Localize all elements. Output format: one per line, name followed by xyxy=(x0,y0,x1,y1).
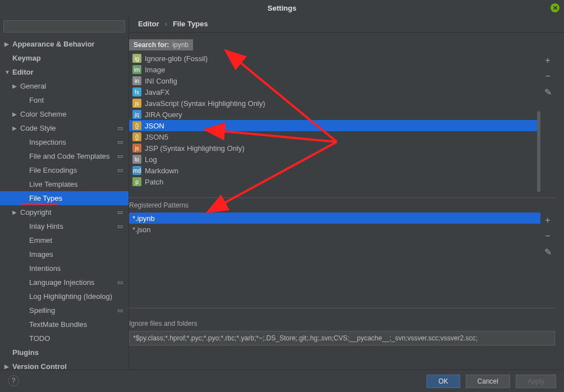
filetype-area: igIgnore-glob (Fossil)imImageinINI Confi… xyxy=(129,53,555,192)
sidebar-item-file-and-code-templates[interactable]: File and Code Templates▭ xyxy=(0,149,129,163)
arrow-icon: ▶ xyxy=(12,111,19,117)
filetype-icon: lo xyxy=(132,155,141,164)
filetype-row[interactable]: fxJavaFX xyxy=(129,86,540,98)
filetype-label: JSP (Syntax Highlighting Only) xyxy=(145,144,245,153)
sidebar-item-label: Copyright xyxy=(20,208,52,216)
registered-patterns-list[interactable]: *.ipynb*.json xyxy=(129,213,540,302)
arrow-icon: ▼ xyxy=(4,69,11,75)
add-filetype-icon[interactable]: + xyxy=(542,55,553,66)
sidebar-item-label: Appearance & Behavior xyxy=(12,40,95,48)
sidebar-item-label: Font xyxy=(29,96,44,104)
filetype-row[interactable]: mdMarkdown xyxy=(129,165,540,176)
remove-pattern-icon[interactable]: − xyxy=(542,230,553,242)
apply-button[interactable]: Apply xyxy=(516,375,556,388)
filetype-icon: {} xyxy=(132,132,141,141)
breadcrumb-b: File Types xyxy=(173,20,208,28)
pattern-label: *.ipynb xyxy=(132,214,155,223)
cancel-button[interactable]: Cancel xyxy=(466,375,510,388)
scope-icon: ▭ xyxy=(117,279,123,286)
filetype-row[interactable]: jsJavaScript (Syntax Highlighting Only) xyxy=(129,98,540,109)
sidebar-item-label: TODO xyxy=(29,334,50,343)
filetype-icon: md xyxy=(132,166,141,175)
sidebar-item-textmate-bundles[interactable]: TextMate Bundles xyxy=(0,317,129,331)
close-icon[interactable]: ✕ xyxy=(551,3,560,12)
ok-button[interactable]: OK xyxy=(427,375,460,388)
filetype-icon: im xyxy=(132,65,141,74)
sidebar: 🔍 ▶Appearance & BehaviorKeymap▼Editor▶Ge… xyxy=(0,16,129,370)
sidebar-item-inlay-hints[interactable]: Inlay Hints▭ xyxy=(0,219,129,233)
sidebar-item-font[interactable]: Font xyxy=(0,93,129,107)
sidebar-item-general[interactable]: ▶General xyxy=(0,79,129,93)
pattern-row[interactable]: *.ipynb xyxy=(129,213,540,224)
sidebar-item-intentions[interactable]: Intentions xyxy=(0,261,129,275)
sidebar-item-appearance-behavior[interactable]: ▶Appearance & Behavior xyxy=(0,37,129,51)
sidebar-item-todo[interactable]: TODO xyxy=(0,331,129,345)
filetype-icon: fx xyxy=(132,87,141,96)
sidebar-item-label: File Types xyxy=(29,194,62,202)
breadcrumb: Editor › File Types xyxy=(129,16,564,33)
sidebar-item-label: Images xyxy=(29,250,53,259)
filetype-icon: p xyxy=(132,177,141,186)
filetype-row[interactable]: {}JSON xyxy=(129,120,540,131)
filetype-row[interactable]: loLog xyxy=(129,154,540,165)
scrollbar[interactable] xyxy=(537,111,540,192)
window-title: Settings xyxy=(268,4,296,12)
pattern-label: *.json xyxy=(132,225,151,234)
annotation-underline xyxy=(21,203,58,205)
divider-2 xyxy=(129,308,555,308)
sidebar-search-input[interactable] xyxy=(3,20,125,33)
sidebar-item-file-types[interactable]: File Types xyxy=(0,191,129,205)
edit-pattern-icon[interactable]: ✎ xyxy=(542,246,553,257)
ignore-input[interactable] xyxy=(129,331,555,345)
sidebar-item-language-injections[interactable]: Language Injections▭ xyxy=(0,275,129,289)
sidebar-item-label: Language Injections xyxy=(29,278,94,287)
filetype-side: + − ✎ xyxy=(540,53,555,192)
sidebar-item-images[interactable]: Images xyxy=(0,247,129,261)
sidebar-item-color-scheme[interactable]: ▶Color Scheme xyxy=(0,107,129,121)
pattern-row[interactable]: *.json xyxy=(129,224,540,235)
sidebar-item-keymap[interactable]: Keymap xyxy=(0,51,129,65)
filetype-row[interactable]: jqJIRA Query xyxy=(129,109,540,120)
sidebar-item-label: Inspections xyxy=(29,138,66,146)
sidebar-item-editor[interactable]: ▼Editor xyxy=(0,65,129,79)
sidebar-item-live-templates[interactable]: Live Templates xyxy=(0,177,129,191)
sidebar-item-code-style[interactable]: ▶Code Style▭ xyxy=(0,121,129,135)
sidebar-item-file-encodings[interactable]: File Encodings▭ xyxy=(0,163,129,177)
sidebar-item-label: Editor xyxy=(12,68,34,76)
help-icon[interactable]: ? xyxy=(8,375,19,386)
sidebar-item-label: Log Highlighting (Ideolog) xyxy=(29,292,112,301)
filetype-list[interactable]: igIgnore-glob (Fossil)imImageinINI Confi… xyxy=(129,53,540,192)
registered-patterns-area: *.ipynb*.json + − ✎ xyxy=(129,213,555,302)
divider xyxy=(129,197,555,198)
filetype-row[interactable]: imImage xyxy=(129,64,540,75)
registered-patterns-label: Registered Patterns xyxy=(129,201,555,209)
sidebar-search-wrap: 🔍 xyxy=(0,16,129,36)
sidebar-item-version-control[interactable]: ▶Version Control xyxy=(0,359,129,370)
remove-filetype-icon[interactable]: − xyxy=(542,71,553,82)
arrow-icon: ▶ xyxy=(4,41,11,47)
filetype-row[interactable]: inINI Config xyxy=(129,75,540,86)
filetype-label: JIRA Query xyxy=(145,110,182,119)
sidebar-item-spelling[interactable]: Spelling▭ xyxy=(0,303,129,317)
filetype-row[interactable]: igIgnore-glob (Fossil) xyxy=(129,53,540,64)
scope-icon: ▭ xyxy=(117,223,123,230)
filetype-row[interactable]: jsJSP (Syntax Highlighting Only) xyxy=(129,142,540,154)
search-for-value: ipynb xyxy=(172,41,189,49)
filetype-icon: ig xyxy=(132,54,141,63)
filetype-label: Patch xyxy=(145,178,163,186)
body: 🔍 ▶Appearance & BehaviorKeymap▼Editor▶Ge… xyxy=(0,16,564,370)
settings-tree[interactable]: ▶Appearance & BehaviorKeymap▼Editor▶Gene… xyxy=(0,36,129,370)
filetype-row[interactable]: {}JSON5 xyxy=(129,131,540,142)
sidebar-item-inspections[interactable]: Inspections▭ xyxy=(0,135,129,149)
sidebar-item-plugins[interactable]: Plugins xyxy=(0,345,129,359)
edit-filetype-icon[interactable]: ✎ xyxy=(542,86,553,98)
filetype-row[interactable]: pPatch xyxy=(129,176,540,187)
filetype-icon: js xyxy=(132,144,141,153)
filetype-icon: js xyxy=(132,99,141,108)
sidebar-item-label: TextMate Bundles xyxy=(29,320,87,329)
sidebar-item-emmet[interactable]: Emmet xyxy=(0,233,129,247)
sidebar-item-log-highlighting-ideolog-[interactable]: Log Highlighting (Ideolog) xyxy=(0,289,129,303)
add-pattern-icon[interactable]: + xyxy=(542,215,553,226)
sidebar-item-copyright[interactable]: ▶Copyright▭ xyxy=(0,205,129,219)
scope-icon: ▭ xyxy=(117,124,123,132)
